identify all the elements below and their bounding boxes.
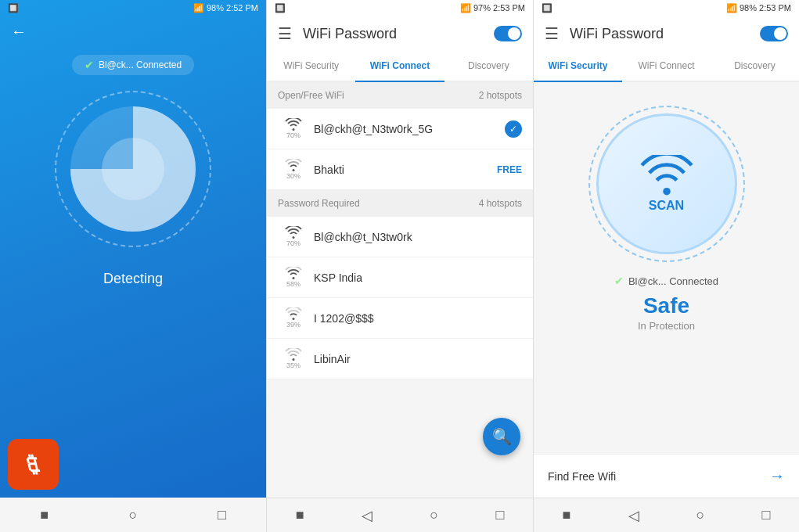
back-button-p1[interactable]: ←	[11, 23, 27, 41]
signal-pct-3: 70%	[286, 239, 301, 247]
app-icon-p2: 🔲	[275, 3, 286, 13]
status-right-p2: 📶 97% 2:53 PM	[460, 3, 525, 13]
nav-bar-p1: ■ ○ □	[0, 498, 266, 532]
top-bar-p1: ←	[0, 16, 266, 47]
checkmark-icon: ✔	[85, 59, 94, 71]
password-section-count: 4 hotspots	[479, 198, 522, 209]
nav-bar-p2: ■ ◁ ○ □	[267, 498, 533, 532]
dial-outer	[55, 91, 211, 247]
nav-square-p2[interactable]: ■	[296, 507, 304, 523]
scan-label: SCAN	[649, 199, 684, 213]
status-right-p1: 📶 98% 2:52 PM	[193, 3, 258, 13]
open-section-header: Open/Free WiFi 2 hotspots	[267, 82, 533, 109]
wifi-item-1[interactable]: 70% Bl@ckh@t_N3tw0rk_5G ✓	[267, 109, 533, 149]
status-bar-p2: 🔲 📶 97% 2:53 PM	[267, 0, 533, 16]
safe-label: Safe	[643, 293, 689, 318]
connected-text-p3: Bl@ck... Connected	[628, 275, 718, 287]
nav-back-p3[interactable]: ◁	[628, 507, 639, 524]
app-logo: ₿	[8, 439, 59, 490]
open-section-count: 2 hotspots	[479, 90, 522, 101]
search-fab[interactable]: 🔍	[483, 418, 520, 455]
app-icon-p3: 🔲	[542, 3, 552, 13]
tabs-p3: WiFi Security WiFi Connect Discovery	[534, 51, 799, 82]
scan-circle-wrap[interactable]: SCAN	[588, 106, 745, 262]
tab-discovery-p3[interactable]: Discovery	[711, 51, 799, 81]
free-badge-2: FREE	[497, 164, 522, 175]
wifi-item-6[interactable]: 35% LibinAir	[267, 339, 533, 379]
wifi-signal-icon-4	[285, 267, 302, 279]
dial-container	[55, 91, 211, 247]
signal-pct-6: 35%	[286, 361, 301, 369]
nav-box-p1[interactable]: □	[218, 507, 226, 523]
wifi-signal-icon-1	[285, 118, 302, 131]
find-wifi-arrow-icon: →	[769, 467, 785, 485]
wifi-signal-wrap-4: 58%	[278, 267, 309, 288]
connected-check-icon: ✔	[614, 275, 624, 287]
wifi-signal-wrap-1: 70%	[278, 118, 309, 139]
wifi-name-3: Bl@ckh@t_N3tw0rk	[314, 231, 522, 243]
password-section-label: Password Required	[278, 198, 360, 209]
status-bar-p3: 🔲 📶 98% 2:53 PM	[534, 0, 799, 16]
panel-wifi-security: 🔲 📶 98% 2:53 PM ☰ WiFi Password WiFi Sec…	[533, 0, 799, 532]
app-title-p2: WiFi Password	[303, 26, 494, 42]
status-right-p3: 📶 98% 2:53 PM	[726, 3, 791, 13]
wifi-name-2: Bhakti	[314, 164, 497, 176]
password-section-header: Password Required 4 hotspots	[267, 190, 533, 217]
tab-wifi-connect-p3[interactable]: WiFi Connect	[622, 51, 711, 81]
toggle-p2[interactable]	[494, 26, 522, 41]
wifi-item-3[interactable]: 70% Bl@ckh@t_N3tw0rk	[267, 217, 533, 257]
connected-info-p3: ✔ Bl@ck... Connected	[614, 275, 718, 287]
wifi-signal-icon-2	[285, 159, 302, 171]
tab-wifi-security-p2[interactable]: WiFi Security	[267, 51, 355, 81]
nav-back-p2[interactable]: ◁	[362, 507, 373, 524]
wifi-name-6: LibinAir	[314, 353, 522, 365]
nav-box-p3[interactable]: □	[762, 507, 771, 523]
toggle-p3[interactable]	[760, 26, 788, 41]
nav-circle-p2[interactable]: ○	[430, 507, 438, 523]
scan-area: SCAN ✔ Bl@ck... Connected Safe In Protec…	[534, 82, 799, 347]
panel-detecting: 🔲 📶 98% 2:52 PM ← ✔ Bl@ck... Connected D…	[0, 0, 266, 532]
wifi-signal-icon-5	[285, 307, 302, 320]
wifi-signal-wrap-6: 35%	[278, 348, 309, 369]
tab-discovery-p2[interactable]: Discovery	[444, 51, 533, 81]
top-bar-p2: ☰ WiFi Password	[267, 16, 533, 51]
wifi-signal-wrap-2: 30%	[278, 159, 309, 180]
scan-circle[interactable]: SCAN	[596, 113, 737, 254]
signal-pct-1: 70%	[286, 131, 301, 139]
wifi-list-content: Open/Free WiFi 2 hotspots 70% Bl@ckh@t_N…	[267, 82, 533, 498]
dial-inner	[70, 106, 196, 232]
tabs-p2: WiFi Security WiFi Connect Discovery	[267, 51, 533, 82]
check-badge-1: ✓	[505, 120, 522, 138]
wifi-item-4[interactable]: 58% KSP India	[267, 257, 533, 298]
wifi-name-1: Bl@ckh@t_N3tw0rk_5G	[314, 123, 505, 135]
connected-text-p1: Bl@ck... Connected	[99, 59, 182, 70]
app-title-p3: WiFi Password	[570, 26, 760, 42]
wifi-name-5: I 1202@$$$	[314, 312, 522, 325]
nav-circle-p3[interactable]: ○	[696, 507, 705, 523]
signal-pct-5: 39%	[286, 321, 301, 329]
signal-pct-2: 30%	[286, 172, 301, 180]
hamburger-menu-p3[interactable]: ☰	[545, 24, 559, 43]
tab-wifi-security-p3[interactable]: WiFi Security	[534, 51, 622, 81]
status-bar-p1: 🔲 📶 98% 2:52 PM	[0, 0, 266, 16]
connected-bar-p1: ✔ Bl@ck... Connected	[72, 55, 194, 75]
hamburger-menu-p2[interactable]: ☰	[278, 24, 292, 43]
wifi-signal-wrap-5: 39%	[278, 307, 309, 329]
panel-wifi-connect: 🔲 📶 97% 2:53 PM ☰ WiFi Password WiFi Sec…	[266, 0, 533, 532]
protection-label: In Protection	[638, 320, 695, 332]
top-bar-p3: ☰ WiFi Password	[534, 16, 799, 51]
nav-circle-p1[interactable]: ○	[129, 507, 138, 523]
wifi-signal-icon-6	[285, 348, 302, 361]
wifi-item-2[interactable]: 30% Bhakti FREE	[267, 149, 533, 190]
find-wifi-bar[interactable]: Find Free Wifi →	[534, 454, 799, 498]
nav-bar-p3: ■ ◁ ○ □	[534, 498, 799, 532]
wifi-item-5[interactable]: 39% I 1202@$$$	[267, 298, 533, 339]
nav-square-p1[interactable]: ■	[40, 507, 49, 523]
wifi-signal-wrap-3: 70%	[278, 226, 309, 247]
wifi-scan-icon	[639, 155, 694, 196]
nav-square-p3[interactable]: ■	[563, 507, 571, 523]
app-icon-p1: 🔲	[8, 3, 19, 13]
tab-wifi-connect-p2[interactable]: WiFi Connect	[355, 51, 444, 81]
nav-box-p2[interactable]: □	[495, 507, 504, 523]
wifi-name-4: KSP India	[314, 271, 522, 284]
